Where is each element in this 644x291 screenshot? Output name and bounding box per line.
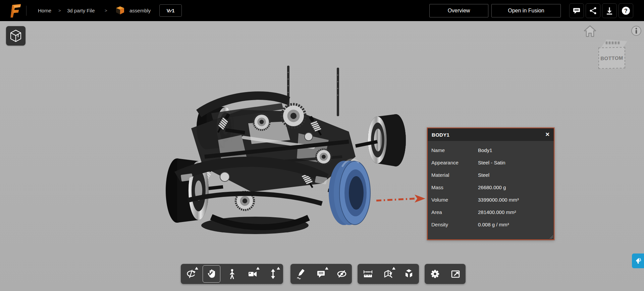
property-row: Mass26680.000 g: [428, 181, 554, 194]
feedback-button[interactable]: [632, 253, 644, 268]
version-label: V. 1: [167, 8, 175, 13]
home-icon[interactable]: [583, 24, 597, 38]
info-icon[interactable]: [631, 25, 642, 37]
topbar-divider: [26, 6, 26, 16]
model-viewport[interactable]: BOTTOM BODY1 ✕ NameBody1 AppearanceSteel…: [0, 21, 644, 291]
wheel-rear-right[interactable]: [368, 114, 406, 166]
zoom-updown-icon: [268, 269, 278, 279]
panel-resize-handle[interactable]: [549, 235, 553, 239]
breadcrumb-folder[interactable]: 3d party File: [67, 0, 95, 21]
property-value: 3399000.000 mm³: [478, 197, 554, 203]
property-value: 0.008 g / mm³: [478, 222, 554, 227]
view-cube[interactable]: BOTTOM: [597, 40, 628, 70]
measure-ruler-icon: [363, 269, 373, 279]
property-label: Material: [428, 172, 478, 178]
cube-icon: [9, 29, 22, 43]
zoom-tool-button[interactable]: [263, 264, 283, 284]
measure-tool-button[interactable]: [358, 264, 378, 284]
section-box-icon: [383, 269, 394, 279]
section-tool-button[interactable]: [378, 264, 398, 284]
toolbar-settings-group: [425, 264, 466, 284]
selected-body1-wheel[interactable]: [329, 159, 370, 225]
property-label: Name: [428, 147, 478, 153]
pan-tool-button[interactable]: [201, 264, 222, 284]
walk-person-icon: [227, 269, 237, 279]
explode-cube-icon: [404, 269, 414, 279]
toolbar-navigation-group: [181, 264, 283, 284]
property-row: Area281400.000 mm²: [428, 206, 554, 218]
help-button[interactable]: ?: [619, 3, 633, 18]
panel-title: BODY1: [432, 132, 449, 138]
property-row: NameBody1: [428, 144, 554, 156]
breadcrumb-separator-icon: >: [105, 0, 107, 21]
property-label: Volume: [428, 197, 478, 203]
flyout-indicator-icon: [195, 267, 198, 270]
explode-tool-button[interactable]: [398, 264, 419, 284]
version-dropdown[interactable]: V. 1: [159, 4, 182, 17]
properties-panel-header[interactable]: BODY1 ✕: [428, 128, 554, 141]
breadcrumb-home[interactable]: Home: [38, 0, 51, 21]
svg-text:?: ?: [624, 8, 628, 14]
gear-icon: [430, 269, 440, 279]
property-label: Density: [428, 222, 478, 227]
breadcrumb-file[interactable]: assembly: [129, 0, 151, 21]
flyout-indicator-icon: [256, 267, 260, 270]
camera-tool-button[interactable]: [242, 264, 263, 284]
toolbar-markup-group: [290, 264, 352, 284]
model-canvas[interactable]: [141, 56, 406, 244]
property-label: Mass: [428, 185, 478, 190]
eye-slash-icon: [336, 269, 347, 279]
share-icon: [589, 6, 597, 15]
flyout-indicator-icon: [325, 267, 328, 270]
property-label: Appearance: [428, 160, 478, 165]
pan-hand-icon: [207, 269, 217, 279]
open-in-fusion-button[interactable]: Open in Fusion: [491, 4, 561, 17]
property-row: Volume3399000.000 mm³: [428, 194, 554, 206]
assembly-file-icon: [115, 5, 125, 15]
property-row: AppearanceSteel - Satin: [428, 156, 554, 169]
overview-button[interactable]: Overview: [429, 4, 488, 17]
comment-icon: [572, 6, 581, 15]
property-row: MaterialSteel: [428, 169, 554, 181]
walk-tool-button[interactable]: [222, 264, 242, 284]
top-bar: Home > 3d party File > assembly V. 1 Ove…: [0, 0, 644, 21]
property-value: 281400.000 mm²: [478, 209, 554, 215]
comment-bubble-icon: [316, 269, 326, 279]
property-value: Steel: [478, 172, 554, 178]
properties-panel: BODY1 ✕ NameBody1 AppearanceSteel - Sati…: [427, 128, 554, 240]
view-cube-top-smudge: [606, 42, 621, 44]
megaphone-icon: [635, 257, 644, 265]
pencil-markup-icon: [296, 269, 306, 279]
toolbar-inspect-group: [358, 264, 419, 284]
fullscreen-button[interactable]: [445, 264, 466, 284]
settings-button[interactable]: [425, 264, 445, 284]
fusion-logo[interactable]: [7, 3, 23, 18]
property-value: Body1: [478, 147, 554, 153]
comment-button[interactable]: [569, 3, 584, 18]
model-browser-button[interactable]: [6, 26, 25, 46]
camera-icon: [247, 269, 258, 279]
orbit-tool-button[interactable]: [181, 264, 201, 284]
orbit-icon: [186, 269, 197, 279]
hide-tool-button[interactable]: [331, 264, 352, 284]
properties-rows: NameBody1 AppearanceSteel - Satin Materi…: [428, 141, 554, 231]
property-row: Density0.008 g / mm³: [428, 218, 554, 231]
download-icon: [605, 6, 614, 15]
property-value: 26680.000 g: [478, 185, 554, 190]
property-value: Steel - Satin: [478, 160, 554, 165]
breadcrumb-separator-icon: >: [58, 0, 61, 21]
share-button[interactable]: [586, 3, 600, 18]
property-label: Area: [428, 209, 478, 215]
fullscreen-icon: [450, 269, 461, 279]
flyout-indicator-icon: [277, 267, 280, 270]
comment-tool-button[interactable]: [311, 264, 331, 284]
view-cube-front-face[interactable]: BOTTOM: [598, 47, 625, 69]
flyout-indicator-icon: [392, 267, 395, 270]
close-icon[interactable]: ✕: [545, 132, 550, 137]
markup-tool-button[interactable]: [290, 264, 311, 284]
help-icon: ?: [621, 6, 631, 15]
download-button[interactable]: [602, 3, 617, 18]
